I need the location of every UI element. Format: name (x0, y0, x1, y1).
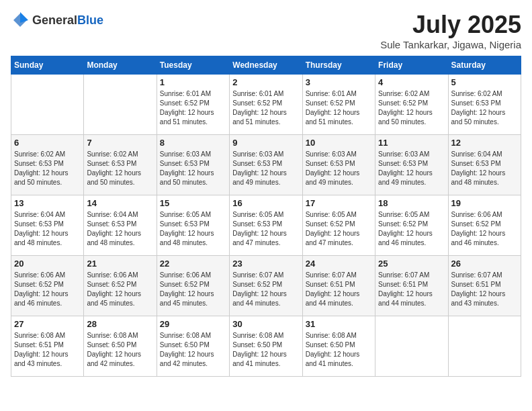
day-number: 10 (306, 138, 372, 148)
day-number: 31 (306, 319, 372, 329)
day-info: Sunrise: 6:07 AMSunset: 6:51 PMDaylight:… (451, 271, 518, 308)
calendar-cell: 22Sunrise: 6:06 AMSunset: 6:52 PMDayligh… (157, 256, 229, 316)
day-info: Sunrise: 6:03 AMSunset: 6:53 PMDaylight:… (232, 150, 299, 187)
day-number: 28 (87, 319, 153, 329)
weekday-header-thursday: Thursday (302, 56, 375, 75)
day-info: Sunrise: 6:04 AMSunset: 6:53 PMDaylight:… (14, 210, 81, 248)
day-number: 18 (378, 198, 445, 208)
calendar-cell: 13Sunrise: 6:04 AMSunset: 6:53 PMDayligh… (11, 195, 84, 256)
day-number: 2 (232, 77, 299, 87)
logo-general-text: General (32, 13, 77, 27)
day-info: Sunrise: 6:06 AMSunset: 6:52 PMDaylight:… (14, 271, 81, 308)
page-header: GeneralBlue July 2025 Sule Tankarkar, Ji… (11, 11, 521, 50)
calendar-cell: 26Sunrise: 6:07 AMSunset: 6:51 PMDayligh… (448, 256, 521, 316)
day-info: Sunrise: 6:08 AMSunset: 6:50 PMDaylight:… (232, 331, 299, 369)
day-number: 26 (451, 259, 518, 269)
day-info: Sunrise: 6:05 AMSunset: 6:53 PMDaylight:… (232, 210, 299, 248)
day-info: Sunrise: 6:01 AMSunset: 6:52 PMDaylight:… (306, 89, 372, 127)
calendar-cell: 29Sunrise: 6:08 AMSunset: 6:50 PMDayligh… (157, 316, 229, 377)
day-number: 8 (160, 138, 226, 148)
calendar-cell: 20Sunrise: 6:06 AMSunset: 6:52 PMDayligh… (11, 256, 84, 316)
weekday-header-saturday: Saturday (448, 56, 521, 75)
calendar-cell (375, 316, 448, 377)
day-info: Sunrise: 6:08 AMSunset: 6:50 PMDaylight:… (160, 331, 226, 369)
calendar-cell: 14Sunrise: 6:04 AMSunset: 6:53 PMDayligh… (84, 195, 157, 256)
day-number: 21 (87, 259, 153, 269)
day-number: 25 (378, 259, 445, 269)
day-info: Sunrise: 6:07 AMSunset: 6:51 PMDaylight:… (378, 271, 445, 308)
weekday-header-friday: Friday (375, 56, 448, 75)
calendar-cell (448, 316, 521, 377)
day-number: 30 (232, 319, 299, 329)
calendar-cell: 19Sunrise: 6:06 AMSunset: 6:52 PMDayligh… (448, 195, 521, 256)
day-info: Sunrise: 6:03 AMSunset: 6:53 PMDaylight:… (378, 150, 445, 187)
calendar-cell: 27Sunrise: 6:08 AMSunset: 6:51 PMDayligh… (11, 316, 84, 377)
day-number: 5 (451, 77, 518, 87)
title-area: July 2025 Sule Tankarkar, Jigawa, Nigeri… (380, 11, 521, 50)
calendar-cell: 15Sunrise: 6:05 AMSunset: 6:53 PMDayligh… (157, 195, 229, 256)
day-info: Sunrise: 6:02 AMSunset: 6:53 PMDaylight:… (87, 150, 153, 187)
day-info: Sunrise: 6:08 AMSunset: 6:51 PMDaylight:… (14, 331, 81, 369)
day-number: 7 (87, 138, 153, 148)
calendar-cell: 6Sunrise: 6:02 AMSunset: 6:53 PMDaylight… (11, 135, 84, 195)
day-number: 17 (306, 198, 372, 208)
calendar-cell: 21Sunrise: 6:06 AMSunset: 6:52 PMDayligh… (84, 256, 157, 316)
day-info: Sunrise: 6:04 AMSunset: 6:53 PMDaylight:… (87, 210, 153, 248)
calendar-cell: 2Sunrise: 6:01 AMSunset: 6:52 PMDaylight… (230, 75, 302, 135)
location-title: Sule Tankarkar, Jigawa, Nigeria (380, 39, 521, 50)
weekday-header-wednesday: Wednesday (230, 56, 302, 75)
month-title: July 2025 (380, 11, 521, 39)
day-number: 1 (160, 77, 226, 87)
day-number: 27 (14, 319, 81, 329)
day-number: 23 (232, 259, 299, 269)
day-info: Sunrise: 6:05 AMSunset: 6:52 PMDaylight:… (378, 210, 445, 248)
calendar-week-4: 20Sunrise: 6:06 AMSunset: 6:52 PMDayligh… (11, 256, 521, 316)
calendar-cell: 11Sunrise: 6:03 AMSunset: 6:53 PMDayligh… (375, 135, 448, 195)
day-info: Sunrise: 6:02 AMSunset: 6:53 PMDaylight:… (14, 150, 81, 187)
day-info: Sunrise: 6:01 AMSunset: 6:52 PMDaylight:… (160, 89, 226, 127)
calendar-week-1: 1Sunrise: 6:01 AMSunset: 6:52 PMDaylight… (11, 75, 521, 135)
day-number: 19 (451, 198, 518, 208)
calendar-cell: 31Sunrise: 6:08 AMSunset: 6:50 PMDayligh… (302, 316, 375, 377)
day-number: 16 (232, 198, 299, 208)
calendar-cell: 3Sunrise: 6:01 AMSunset: 6:52 PMDaylight… (302, 75, 375, 135)
svg-marker-1 (20, 12, 28, 23)
generalblue-logo-icon (11, 11, 30, 30)
day-number: 14 (87, 198, 153, 208)
calendar-cell: 16Sunrise: 6:05 AMSunset: 6:53 PMDayligh… (230, 195, 302, 256)
day-info: Sunrise: 6:08 AMSunset: 6:50 PMDaylight:… (87, 331, 153, 369)
day-info: Sunrise: 6:07 AMSunset: 6:52 PMDaylight:… (232, 271, 299, 308)
day-info: Sunrise: 6:06 AMSunset: 6:52 PMDaylight:… (451, 210, 518, 248)
day-number: 11 (378, 138, 445, 148)
day-number: 12 (451, 138, 518, 148)
calendar-cell: 9Sunrise: 6:03 AMSunset: 6:53 PMDaylight… (230, 135, 302, 195)
calendar-cell: 12Sunrise: 6:04 AMSunset: 6:53 PMDayligh… (448, 135, 521, 195)
day-info: Sunrise: 6:02 AMSunset: 6:53 PMDaylight:… (451, 89, 518, 127)
day-info: Sunrise: 6:04 AMSunset: 6:53 PMDaylight:… (451, 150, 518, 187)
calendar-cell: 8Sunrise: 6:03 AMSunset: 6:53 PMDaylight… (157, 135, 229, 195)
calendar-cell: 17Sunrise: 6:05 AMSunset: 6:52 PMDayligh… (302, 195, 375, 256)
day-info: Sunrise: 6:07 AMSunset: 6:51 PMDaylight:… (306, 271, 372, 308)
day-info: Sunrise: 6:06 AMSunset: 6:52 PMDaylight:… (87, 271, 153, 308)
day-number: 3 (306, 77, 372, 87)
calendar-cell (84, 75, 157, 135)
calendar-cell (11, 75, 84, 135)
day-number: 24 (306, 259, 372, 269)
day-number: 9 (232, 138, 299, 148)
logo: GeneralBlue (11, 11, 103, 30)
calendar-cell: 25Sunrise: 6:07 AMSunset: 6:51 PMDayligh… (375, 256, 448, 316)
calendar-cell: 7Sunrise: 6:02 AMSunset: 6:53 PMDaylight… (84, 135, 157, 195)
calendar-header: SundayMondayTuesdayWednesdayThursdayFrid… (11, 56, 521, 75)
calendar-cell: 5Sunrise: 6:02 AMSunset: 6:53 PMDaylight… (448, 75, 521, 135)
day-number: 15 (160, 198, 226, 208)
calendar-table: SundayMondayTuesdayWednesdayThursdayFrid… (11, 56, 521, 377)
calendar-body: 1Sunrise: 6:01 AMSunset: 6:52 PMDaylight… (11, 75, 521, 377)
day-info: Sunrise: 6:08 AMSunset: 6:50 PMDaylight:… (306, 331, 372, 369)
day-number: 13 (14, 198, 81, 208)
day-info: Sunrise: 6:05 AMSunset: 6:52 PMDaylight:… (306, 210, 372, 248)
calendar-week-2: 6Sunrise: 6:02 AMSunset: 6:53 PMDaylight… (11, 135, 521, 195)
weekday-header-monday: Monday (84, 56, 157, 75)
calendar-cell: 4Sunrise: 6:02 AMSunset: 6:52 PMDaylight… (375, 75, 448, 135)
day-number: 20 (14, 259, 81, 269)
day-info: Sunrise: 6:03 AMSunset: 6:53 PMDaylight:… (306, 150, 372, 187)
